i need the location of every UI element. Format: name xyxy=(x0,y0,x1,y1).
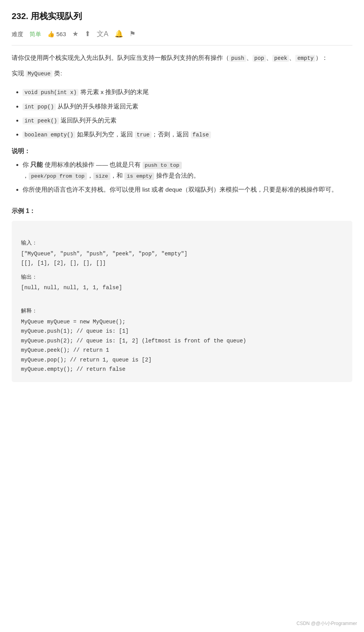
translate-icon[interactable]: 文A xyxy=(97,28,108,40)
method-empty-desc-before: 如果队列为空，返回 xyxy=(77,131,134,138)
note1-code2: peek/pop from top xyxy=(29,173,87,180)
input-line2: [[], [1], [2], [], [], []] xyxy=(21,260,106,266)
method-empty-code: boolean empty() xyxy=(23,131,75,138)
note1-code1: push to top xyxy=(143,162,182,169)
page-title: 232. 用栈实现队列 xyxy=(12,9,352,23)
explain-line-5: myQueue.empty(); // return false xyxy=(21,366,125,372)
impl-paragraph: 实现 MyQueue 类: xyxy=(12,68,352,79)
input-label: 输入： xyxy=(21,238,343,248)
explain-line-3: myQueue.peek(); // return 1 xyxy=(21,347,109,353)
method-empty-false: false xyxy=(191,131,211,138)
example-title: 示例 1： xyxy=(12,206,352,216)
difficulty-label: 难度 xyxy=(12,30,23,39)
example-section: 示例 1： 输入：["MyQueue", "push", "push", "pe… xyxy=(12,206,352,382)
method-pop: int pop() 从队列的开头移除并返回元素 xyxy=(23,101,352,112)
example-code-block: 输入：["MyQueue", "push", "push", "peek", "… xyxy=(12,221,352,382)
method-peek-desc: 返回队列开头的元素 xyxy=(61,117,117,124)
share-icon[interactable]: ⬆ xyxy=(85,28,91,40)
method-push: void push(int x) 将元素 x 推到队列的末尾 xyxy=(23,87,352,98)
method-empty-true: true xyxy=(135,131,152,138)
method-peek-code: int peek() xyxy=(23,117,59,124)
note1-after5: 操作是合法的。 xyxy=(154,172,199,179)
note1-after3: ， xyxy=(87,172,93,179)
difficulty-value: 简单 xyxy=(30,30,41,39)
note-item-2: 你所使用的语言也许不支持栈。你可以使用 list 或者 deque（双端队列）来… xyxy=(23,184,352,195)
impl-class: MyQueue xyxy=(26,70,52,77)
explain-line-4: myQueue.pop(); // return 1, queue is [2] xyxy=(21,357,152,363)
intro-paragraph: 请你仅使用两个栈实现先入先出队列。队列应当支持一般队列支持的所有操作（push、… xyxy=(12,52,352,63)
meta-row: 难度 简单 👍 563 ★ ⬆ 文A 🔔 ⚑ xyxy=(12,28,352,45)
description-section: 请你仅使用两个栈实现先入先出队列。队列应当支持一般队列支持的所有操作（push、… xyxy=(12,52,352,79)
impl-label: 实现 xyxy=(12,70,26,77)
method-peek: int peek() 返回队列开头的元素 xyxy=(23,115,352,126)
explain-line-2: myQueue.push(2); // queue is: [1, 2] (le… xyxy=(21,338,246,344)
explain-line-0: MyQueue myQueue = new MyQueue(); xyxy=(21,319,125,325)
method-empty-middle: ；否则，返回 xyxy=(152,131,189,138)
method-empty: boolean empty() 如果队列为空，返回 true；否则，返回 fal… xyxy=(23,129,352,140)
input-line1: ["MyQueue", "push", "push", "peek", "pop… xyxy=(21,251,187,257)
note1-code4: is empty xyxy=(124,173,154,180)
likes-count: 563 xyxy=(56,30,66,39)
ops-empty: empty xyxy=(295,55,315,62)
ops-code: push xyxy=(229,55,246,62)
output-label: 输出： xyxy=(21,272,343,282)
note1-after: 使用标准的栈操作 —— 也就是只有 xyxy=(43,161,142,168)
note1-bold: 只能 xyxy=(30,161,43,168)
methods-list: void push(int x) 将元素 x 推到队列的末尾 int pop()… xyxy=(23,87,352,140)
explain-label: 解释： xyxy=(21,306,343,316)
notes-list: 你 只能 使用标准的栈操作 —— 也就是只有 push to top ，peek… xyxy=(23,159,352,195)
explain-line-1: myQueue.push(1); // queue is: [1] xyxy=(21,328,129,334)
ops-pop: pop xyxy=(253,55,266,62)
notes-title: 说明： xyxy=(12,146,352,156)
note1-after2: ， xyxy=(23,172,29,179)
bookmark-icon[interactable]: ★ xyxy=(72,28,78,40)
note1-after4: ，和 xyxy=(110,172,124,179)
method-pop-desc: 从队列的开头移除并返回元素 xyxy=(57,103,138,110)
bell-icon[interactable]: 🔔 xyxy=(115,28,123,40)
note1-before: 你 xyxy=(23,161,30,168)
note1-code3: size xyxy=(93,173,110,180)
thumbs-up-icon: 👍 xyxy=(47,30,55,39)
impl-suffix: 类: xyxy=(52,70,62,77)
note2-text: 你所使用的语言也许不支持栈。你可以使用 list 或者 deque（双端队列）来… xyxy=(23,186,338,193)
flag-icon[interactable]: ⚑ xyxy=(129,28,136,40)
note-item-1: 你 只能 使用标准的栈操作 —— 也就是只有 push to top ，peek… xyxy=(23,159,352,182)
ops-peek: peek xyxy=(272,55,289,62)
method-push-code: void push(int x) xyxy=(23,89,78,96)
output-line: [null, null, null, 1, 1, false] xyxy=(21,285,122,291)
method-pop-code: int pop() xyxy=(23,103,56,110)
intro-text: 请你仅使用两个栈实现先入先出队列。队列应当支持一般队列支持的所有操作（ xyxy=(12,54,229,61)
likes-section[interactable]: 👍 563 xyxy=(47,30,66,39)
intro-text2: ）： xyxy=(315,54,328,61)
method-push-desc: 将元素 x 推到队列的末尾 xyxy=(80,89,149,95)
